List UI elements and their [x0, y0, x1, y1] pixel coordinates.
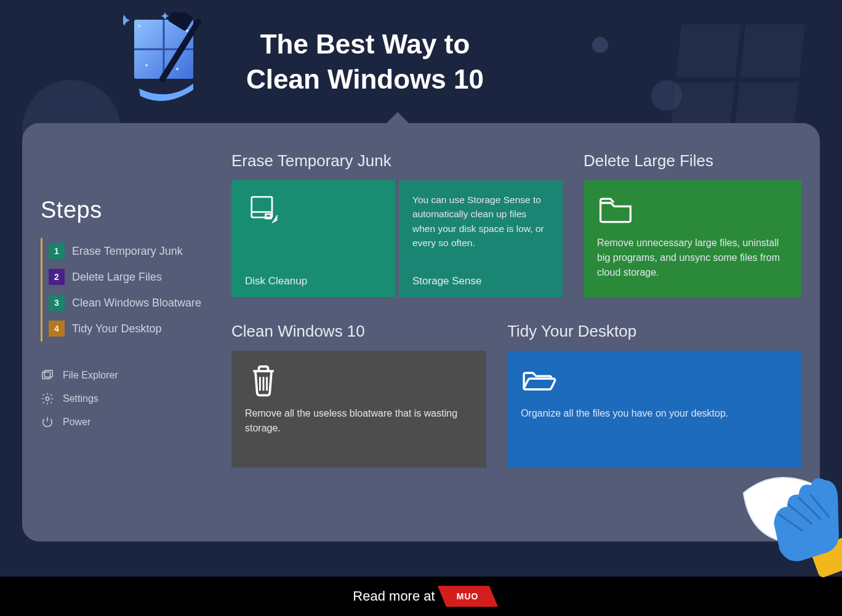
muo-label: MUO [457, 591, 479, 601]
sys-label: Settings [63, 393, 98, 404]
step-number: 1 [49, 243, 65, 259]
clean-window-icon [123, 12, 209, 111]
delete-large-card[interactable]: Remove unnecessary large files, uninstal… [583, 180, 801, 297]
steps-heading: Steps [41, 197, 225, 223]
section-erase-junk: Erase Temporary Junk Disk Cleanup [231, 151, 563, 297]
section-delete-large: Delete Large Files Remove unnecessary la… [583, 151, 801, 297]
svg-point-12 [46, 397, 49, 401]
section-title: Delete Large Files [583, 151, 801, 170]
section-title: Clean Windows 10 [231, 322, 486, 341]
svg-rect-10 [42, 372, 50, 379]
section-title: Tidy Your Desktop [507, 322, 801, 341]
footer-text: Read more at [353, 588, 435, 604]
svg-point-8 [145, 64, 148, 66]
windows-logo-icon [670, 25, 805, 135]
svg-point-7 [186, 30, 188, 32]
settings-item[interactable]: Settings [41, 387, 225, 410]
card-body: You can use Storage Sense to automatical… [412, 193, 549, 250]
clean-windows-card[interactable]: Remove all the useless bloatware that is… [231, 351, 486, 468]
disk-cleanup-card[interactable]: Disk Cleanup [231, 180, 395, 297]
open-folder-icon [521, 363, 558, 398]
card-label: Storage Sense [412, 275, 481, 287]
gear-icon [41, 392, 54, 406]
step-erase-junk[interactable]: 1 Erase Temporary Junk [49, 238, 225, 264]
muo-badge[interactable]: MUO [446, 586, 489, 607]
section-title: Erase Temporary Junk [231, 151, 563, 170]
sys-label: Power [63, 417, 90, 428]
step-tidy-desktop[interactable]: 4 Tidy Your Desktop [49, 316, 225, 342]
storage-sense-card[interactable]: You can use Storage Sense to automatical… [399, 180, 563, 297]
step-number: 3 [49, 295, 65, 311]
step-number: 4 [49, 321, 65, 337]
step-list: 1 Erase Temporary Junk 2 Delete Large Fi… [41, 238, 225, 342]
cards-area: Erase Temporary Junk Disk Cleanup [231, 151, 801, 468]
sidebar: Steps 1 Erase Temporary Junk 2 Delete La… [41, 197, 225, 434]
trash-icon [245, 363, 282, 398]
file-explorer-icon [41, 369, 54, 382]
folder-icon [597, 193, 634, 227]
card-body: Remove all the useless bloatware that is… [245, 406, 473, 436]
sys-label: File Explorer [63, 370, 118, 381]
title-line-1: The Best Way to [246, 26, 484, 62]
tidy-desktop-card[interactable]: Organize all the files you have on your … [507, 351, 801, 468]
power-item[interactable]: Power [41, 410, 225, 434]
section-clean-windows: Clean Windows 10 Remove all the useless … [231, 322, 486, 468]
section-tidy-desktop: Tidy Your Desktop Organize all the files… [507, 322, 801, 468]
header: The Best Way to Clean Windows 10 [123, 12, 484, 111]
power-icon [41, 415, 54, 429]
step-number: 2 [49, 269, 65, 285]
title-line-2: Clean Windows 10 [246, 62, 484, 97]
page-title: The Best Way to Clean Windows 10 [246, 26, 484, 97]
svg-rect-11 [44, 370, 52, 377]
step-clean-bloatware[interactable]: 3 Clean Windows Bloatware [49, 290, 225, 316]
card-body: Organize all the files you have on your … [521, 406, 788, 421]
svg-point-9 [176, 68, 178, 70]
decor-circle [592, 37, 608, 53]
step-label: Clean Windows Bloatware [72, 297, 201, 310]
card-body: Remove unnecessary large files, uninstal… [597, 236, 788, 280]
step-delete-large[interactable]: 2 Delete Large Files [49, 264, 225, 290]
disk-cleanup-icon [245, 193, 282, 227]
svg-rect-14 [266, 214, 271, 218]
svg-point-6 [138, 25, 140, 27]
file-explorer-item[interactable]: File Explorer [41, 364, 225, 387]
step-label: Tidy Your Desktop [72, 322, 161, 335]
cleaning-hand-icon [707, 468, 842, 585]
main-panel: Steps 1 Erase Temporary Junk 2 Delete La… [22, 123, 820, 542]
step-label: Delete Large Files [72, 271, 162, 284]
card-label: Disk Cleanup [245, 275, 307, 287]
step-label: Erase Temporary Junk [72, 245, 183, 258]
system-list: File Explorer Settings Power [41, 364, 225, 434]
